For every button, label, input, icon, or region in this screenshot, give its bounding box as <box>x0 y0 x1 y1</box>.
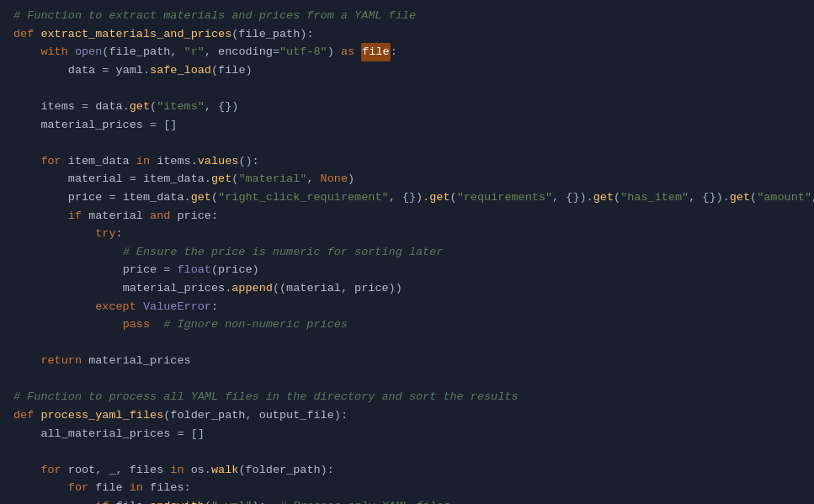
code-token: "has_item" <box>620 188 689 207</box>
code-token: "material" <box>238 170 306 188</box>
code-token: = <box>102 188 122 207</box>
code-token: if <box>95 497 115 504</box>
code-token: "amount" <box>757 188 811 207</box>
code-token: append <box>231 279 273 298</box>
code-line: except ValueError: <box>0 298 814 316</box>
code-token <box>13 207 68 225</box>
code-token: ) <box>327 43 341 61</box>
code-token: ): <box>253 497 279 504</box>
code-token: ( <box>102 43 109 61</box>
code-token <box>13 497 95 504</box>
code-token: , {}). <box>389 188 430 207</box>
code-line: # Function to process all YAML files in … <box>0 388 814 406</box>
code-token: ): <box>334 406 348 425</box>
code-token <box>13 279 123 298</box>
code-token: , {}). <box>689 188 730 207</box>
code-token: files <box>150 479 184 497</box>
code-token: , <box>205 98 218 116</box>
code-token: return <box>40 352 88 370</box>
code-token <box>13 98 40 116</box>
code-token: items <box>157 152 191 171</box>
code-token: items <box>40 98 75 116</box>
code-token: = <box>123 170 143 188</box>
code-token: {}) <box>218 98 238 116</box>
code-token: ( <box>211 188 218 207</box>
code-token: : <box>184 479 191 497</box>
code-token: ( <box>163 406 170 425</box>
code-token: extract_materials_and_prices <box>40 25 231 44</box>
code-token: # Ignore non-numeric prices <box>163 316 348 334</box>
code-line: material_prices = [] <box>0 116 814 135</box>
code-token: , <box>170 43 184 61</box>
code-token: os <box>191 461 205 480</box>
code-line: return material_prices <box>0 352 814 370</box>
code-token: in <box>123 479 150 497</box>
code-token: , <box>245 406 258 425</box>
code-editor: # Function to extract materials and pric… <box>0 0 814 504</box>
code-token: ) <box>348 170 354 188</box>
code-token: file <box>95 479 122 497</box>
code-token: pass <box>123 316 150 334</box>
code-line <box>0 79 814 98</box>
code-token: . <box>205 461 211 480</box>
code-token: price <box>123 261 157 279</box>
code-token: root <box>68 461 95 480</box>
code-token: (( <box>273 279 286 298</box>
code-token: all_material_prices <box>40 425 170 443</box>
code-token: data <box>95 98 122 116</box>
code-token: float <box>177 261 211 279</box>
code-token: get <box>130 98 150 116</box>
code-token: ".yml" <box>211 497 253 504</box>
code-token: = [] <box>170 425 205 443</box>
code-token: item_data <box>68 152 130 171</box>
code-token <box>13 461 40 480</box>
code-token: ValueError <box>143 298 211 316</box>
code-line: items = data.get("items", {}) <box>0 98 814 116</box>
code-token: "utf-8" <box>279 43 327 61</box>
code-line <box>0 334 814 353</box>
code-line: for file in files: <box>0 479 814 497</box>
code-token: material <box>88 207 143 225</box>
code-token: . <box>184 188 191 207</box>
code-line <box>0 443 814 461</box>
code-token <box>13 170 68 188</box>
code-token: except <box>95 298 143 316</box>
code-line: def extract_materials_and_prices(file_pa… <box>0 25 814 44</box>
code-token <box>13 425 40 443</box>
code-token: def <box>13 25 40 44</box>
code-token: # Function to extract materials and pric… <box>13 7 416 25</box>
code-token: : <box>211 207 218 225</box>
code-token: price <box>354 279 389 298</box>
code-token: for <box>40 152 67 171</box>
code-token: folder_path <box>170 406 245 425</box>
code-token: = <box>75 98 95 116</box>
code-token: yaml <box>116 61 143 80</box>
code-token: # Ensure the price is numeric for sortin… <box>123 243 444 262</box>
code-line: price = float(price) <box>0 261 814 279</box>
code-token: # Function to process all YAML files in … <box>13 388 519 406</box>
code-token: : <box>391 43 397 61</box>
code-token: ( <box>231 170 238 188</box>
code-token: ) <box>245 61 252 80</box>
code-line: pass # Ignore non-numeric prices <box>0 316 814 334</box>
code-token: ( <box>211 261 218 279</box>
code-line: try: <box>0 225 814 243</box>
code-token: material <box>286 279 341 298</box>
code-token: in <box>163 461 190 480</box>
code-token: process_yaml_files <box>40 406 163 425</box>
code-token: for <box>40 461 67 480</box>
code-line: material = item_data.get("material", Non… <box>0 170 814 188</box>
code-token: , <box>205 43 218 61</box>
code-token: item_data <box>123 188 184 207</box>
code-token: in <box>130 152 157 171</box>
code-token: if <box>68 207 88 225</box>
code-token: price <box>68 188 103 207</box>
code-token: encoding <box>218 43 273 61</box>
code-token: def <box>13 406 40 425</box>
code-token <box>13 116 40 135</box>
code-token <box>13 43 40 61</box>
code-token <box>13 188 68 207</box>
code-token: material_prices <box>123 279 226 298</box>
code-token: ( <box>450 188 457 207</box>
code-line: def process_yaml_files(folder_path, outp… <box>0 406 814 425</box>
